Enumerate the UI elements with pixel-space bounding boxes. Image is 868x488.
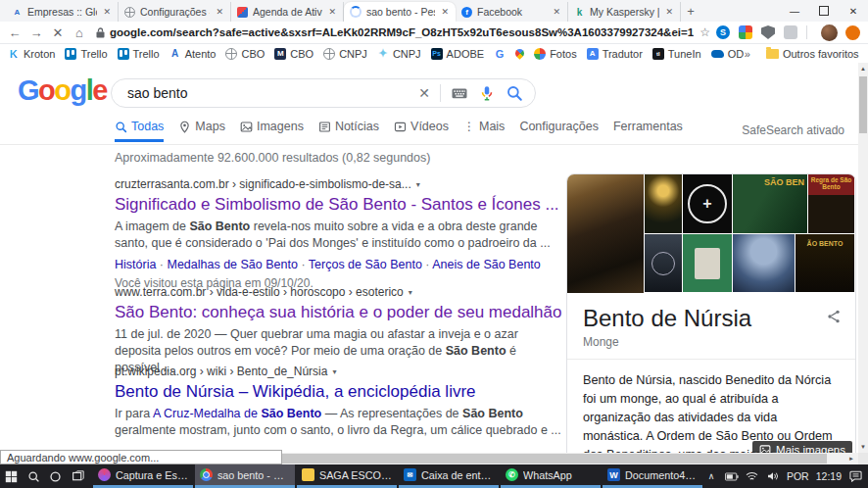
new-tab-button[interactable]: + [681, 4, 700, 19]
maximize-button[interactable] [809, 0, 839, 22]
stop-button[interactable]: ✕ [47, 25, 69, 40]
tab-kaspersky[interactable]: k My Kaspersky | Suporte ✕ [568, 2, 681, 22]
result-title-link[interactable]: São Bento: conheça sua história e o pode… [115, 302, 561, 322]
minimize-button[interactable]: — [780, 0, 809, 22]
tray-chevron-icon[interactable]: ∧ [704, 470, 718, 482]
tab-videos[interactable]: Vídeos [394, 120, 449, 139]
search-submit-icon[interactable] [506, 84, 523, 102]
vertical-scrollbar[interactable]: ▲ ▼ [858, 63, 868, 453]
speaker-volume-icon[interactable] [766, 470, 780, 482]
green-medal-card-image[interactable] [683, 234, 732, 292]
bookmark-adobe[interactable]: PsADOBE [431, 48, 485, 60]
result-title-link[interactable]: Significado e Simbolismo de São Bento - … [115, 194, 561, 215]
battery-icon[interactable] [725, 470, 739, 482]
saint-painting-image[interactable] [567, 174, 644, 293]
shield-extension-icon[interactable] [761, 25, 775, 39]
bookmark-trello-2[interactable]: Trello [118, 48, 160, 60]
search-box[interactable]: ✕ [111, 78, 536, 108]
network-wifi-icon[interactable] [746, 470, 759, 482]
bookmark-trello-1[interactable]: Trello [65, 48, 107, 60]
regra-book-image[interactable]: Regra de São Bento [808, 174, 854, 233]
bookmark-cbo-2[interactable]: MCBO [274, 48, 313, 60]
address-bar[interactable]: google.com/search?safe=active&sxsrf=ALeK… [96, 24, 694, 41]
skype-extension-icon[interactable]: S [716, 25, 730, 39]
result-options-arrow[interactable]: ▾ [409, 288, 412, 297]
gray-extension-icon[interactable] [784, 25, 797, 39]
keyboard-language[interactable]: POR [787, 470, 809, 482]
cruz-medalha-link[interactable]: A Cruz-Medalha de São Bento [153, 407, 321, 420]
result-options-arrow[interactable]: ▾ [332, 367, 336, 376]
taskbar-app-saga-folder[interactable]: SAGA ESCOLA DE AR... [297, 464, 397, 488]
taskbar-app-whatsapp[interactable]: ✆WhatsApp [501, 464, 601, 488]
tab-mais[interactable]: ⋮ Mais [463, 120, 505, 139]
taskbar-app-mail[interactable]: ✉Caixa de entrada - Ho... [399, 464, 499, 488]
bookmark-tradutor[interactable]: ATradutor [587, 48, 643, 60]
tab-close-icon[interactable]: ✕ [552, 6, 561, 18]
bookmarks-overflow-chevron[interactable]: » [745, 48, 750, 60]
result-options-arrow[interactable]: ▾ [416, 180, 420, 189]
scroll-right-arrow[interactable]: ► [844, 453, 858, 464]
taskbar-search-button[interactable] [23, 464, 45, 488]
tab-close-icon[interactable]: ✕ [102, 6, 112, 18]
tab-ferramentas[interactable]: Ferramentas [613, 120, 683, 139]
forward-button[interactable]: → [25, 25, 47, 40]
sitelink[interactable]: Medalhas de São Bento [167, 258, 297, 271]
bookmark-google[interactable]: G [494, 48, 506, 60]
google-logo[interactable]: Google [18, 74, 107, 107]
safesearch-status[interactable]: SafeSearch ativado [742, 123, 844, 137]
vertical-scroll-thumb[interactable] [859, 76, 867, 133]
back-button[interactable]: ← [4, 25, 25, 40]
tab-todas[interactable]: Todas [115, 120, 164, 142]
colored-extension-icon[interactable] [739, 25, 752, 39]
tab-configuracoes-menu[interactable]: Configurações [519, 120, 599, 139]
result-title-link[interactable]: Bento de Núrsia – Wikipédia, a enciclopé… [115, 381, 561, 402]
tab-configuracoes[interactable]: Configurações -> Risco ✕ [119, 2, 231, 22]
bookmark-kroton[interactable]: KKroton [8, 48, 55, 60]
saint-blue-halo-image[interactable] [733, 234, 795, 292]
tab-close-icon[interactable]: ✕ [215, 6, 224, 18]
taskbar-app-chrome-sao-bento[interactable]: sao bento - Pesquisa ... [195, 464, 295, 488]
bookmark-cnpj-1[interactable]: CNPJ [323, 48, 367, 60]
sitelink[interactable]: Terços de São Bento [309, 258, 422, 271]
taskbar-app-word[interactable]: WDocumento43 - Word [603, 464, 702, 488]
saint-halo-image[interactable] [645, 174, 682, 233]
sao-bento-banner-image[interactable]: SÃO BEN [733, 174, 807, 233]
tab-noticias[interactable]: Notícias [318, 120, 379, 139]
tab-close-icon[interactable]: ✕ [327, 6, 337, 18]
scroll-down-arrow[interactable]: ▼ [858, 441, 868, 453]
bookmark-maps[interactable] [515, 49, 524, 58]
tab-maps[interactable]: Maps [178, 120, 225, 139]
clear-search-icon[interactable]: ✕ [418, 85, 430, 101]
bookmark-cnpj-2[interactable]: ✦CNPJ [377, 48, 421, 60]
taskbar-app-captura[interactable]: Captura e Esboço [93, 464, 193, 488]
tab-sao-bento-active[interactable]: sao bento - Pesquisa G ✕ [344, 2, 456, 22]
tab-close-icon[interactable]: ✕ [440, 6, 450, 18]
bookmark-cbo-1[interactable]: CBO [225, 48, 265, 60]
bookmark-fotos[interactable]: Fotos [534, 48, 577, 60]
start-button[interactable] [0, 464, 23, 488]
sitelink[interactable]: Aneis de São Bento [432, 258, 541, 271]
search-input[interactable] [127, 85, 418, 101]
tab-agenda[interactable]: Agenda de Atividades | ✕ [231, 2, 344, 22]
bookmark-onedrive[interactable]: OD [711, 48, 745, 60]
voice-search-mic-icon[interactable] [478, 84, 496, 102]
tab-facebook[interactable]: f Facebook ✕ [456, 2, 568, 22]
close-window-button[interactable]: ✕ [839, 0, 868, 22]
bookmark-atento[interactable]: AAtento [169, 48, 217, 60]
bookmark-tunein[interactable]: tlTuneIn [652, 48, 701, 60]
action-center-icon[interactable] [848, 470, 862, 482]
other-favorites-folder[interactable]: Outros favoritos [766, 48, 859, 60]
cortana-button[interactable] [44, 464, 67, 488]
tab-empresas[interactable]: A Empresas :: Global Saúd ✕ [6, 2, 119, 22]
tab-imagens[interactable]: Imagens [240, 120, 304, 139]
medal-card-image[interactable] [645, 234, 682, 292]
home-button[interactable]: ⌂ [69, 25, 90, 40]
bookmark-star-icon[interactable]: ☆ [699, 25, 710, 39]
scroll-up-arrow[interactable]: ▲ [858, 63, 868, 74]
profile-avatar[interactable] [821, 24, 838, 41]
keyboard-icon[interactable] [451, 84, 468, 102]
task-view-button[interactable] [67, 464, 89, 488]
ao-bento-dark-image[interactable]: ÃO BENTO [796, 234, 854, 292]
tab-close-icon[interactable]: ✕ [664, 6, 674, 18]
clock[interactable]: 12:19 [816, 470, 842, 482]
